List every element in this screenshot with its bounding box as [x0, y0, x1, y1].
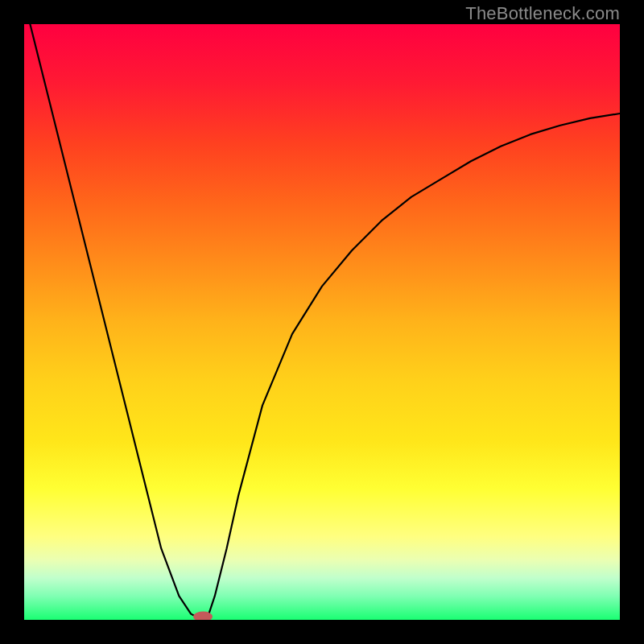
chart-frame: TheBottleneck.com — [0, 0, 644, 644]
bottleneck-curve — [30, 24, 620, 620]
plot-area — [24, 24, 620, 620]
curve-svg — [24, 24, 620, 620]
watermark-text: TheBottleneck.com — [465, 3, 620, 24]
